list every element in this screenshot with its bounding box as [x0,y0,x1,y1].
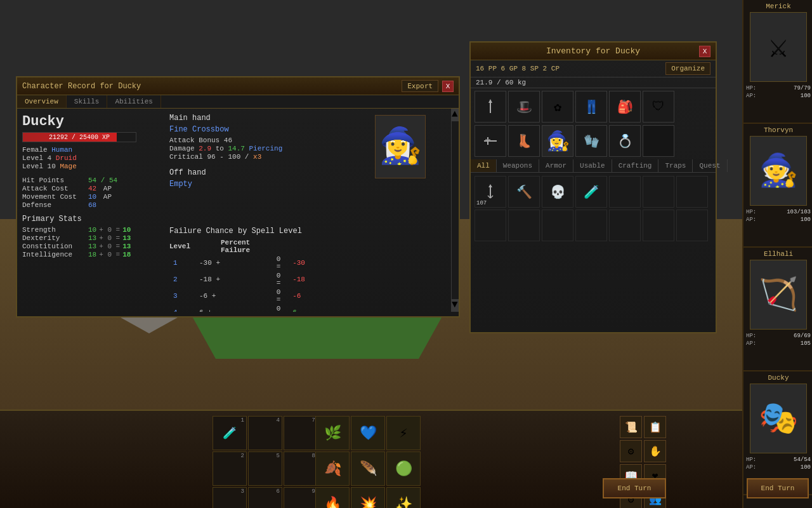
party-member-thorvyn[interactable]: Thorvyn 🧙 HP: 103/103 AP: 100 [743,124,812,248]
hotbar-cell-1[interactable]: 1 🧪 [213,416,247,450]
inv-tab-crafting[interactable]: Crafting [612,159,659,172]
party-sidebar: Merick ⚔ HP: 79/79 AP: 100 Thorvyn 🧙 HP:… [742,0,812,508]
action-icon-scroll[interactable]: 📜 [620,416,642,438]
hotbar-cell-2[interactable]: 2 [213,451,247,486]
equip-slot-ring[interactable]: 💍 [609,125,641,157]
hotbar-cell-3[interactable]: 3 [213,487,247,508]
action-icon-gear[interactable]: ⚙ [620,440,642,462]
inv-item-empty-1[interactable] [609,176,641,208]
inv-tab-weapons[interactable]: Weapons [497,159,539,172]
inventory-window: Inventory for Ducky X 16 PP 6 GP 8 SP 2 … [469,41,717,333]
inv-item-arrow[interactable]: 107 [475,176,506,208]
spell-icon-2[interactable]: 💙 [351,416,385,450]
equip-slot-hat[interactable]: 🎩 [508,91,540,123]
tab-skills[interactable]: Skills [67,95,108,108]
organize-button[interactable]: Organize [665,62,710,75]
party-member-merick[interactable]: Merick ⚔ HP: 79/79 AP: 100 [743,0,812,124]
critical-row: Critical 96 - 100 / x3 [169,153,309,161]
failure-row-1: 1 -30 + 0 = -30 [169,255,309,271]
inv-tab-usable[interactable]: Usable [573,159,612,172]
hotbar-cell-6[interactable]: 6 [248,487,282,508]
off-hand-value: Empty [169,180,309,189]
equipment-row-1: 🎩 ✿ 👖 🎒 🛡 [471,88,716,125]
spell-icons: 🌿 💙 ⚡ 🍂 🪶 🟢 🔥 💥 ✨ [315,416,421,508]
inv-item-hammer[interactable]: 🔨 [508,176,540,208]
export-button[interactable]: Export [402,80,438,92]
scrollbar-up[interactable]: ▲ [452,109,459,121]
inv-tabs: All Weapons Armor Usable Crafting Traps … [471,159,716,173]
hotbar-num-5: 5 [277,453,280,459]
spell-icon-4[interactable]: 🍂 [315,451,350,486]
equip-slot-bag[interactable]: 🎒 [609,91,641,123]
main-hand-section: Main hand Fine Crossbow Attack Bonus 46 … [169,114,309,312]
end-turn-button-sidebar[interactable]: End Turn [747,478,809,498]
equip-slot-shield[interactable]: 🛡 [643,91,674,123]
action-icon-map[interactable]: 📋 [644,416,666,438]
party-name-merick: Merick [766,3,791,10]
hp-ellhali: HP: 69/69 [746,333,811,339]
spell-icon-5[interactable]: 🪶 [351,451,385,486]
equip-slot-quiver[interactable] [475,91,506,123]
spell-icon-8[interactable]: 💥 [351,487,385,508]
ap-ellhali: AP: 105 [746,340,811,347]
inv-item-empty-10[interactable] [676,210,708,241]
party-name-thorvyn: Thorvyn [764,126,793,134]
end-turn-button[interactable]: End Turn [603,478,666,498]
inv-item-empty-8[interactable] [609,210,641,241]
portrait-ducky: 🎭 [750,384,807,453]
char-record-close[interactable]: X [442,81,454,92]
inv-tab-quest[interactable]: Quest [693,159,727,172]
equip-slot-legs[interactable]: 👖 [575,91,607,123]
party-member-ellhali[interactable]: Ellhali 🏹 HP: 69/69 AP: 105 [743,248,812,371]
inv-tab-traps[interactable]: Traps [658,159,693,172]
action-icon-hand[interactable]: ✋ [644,440,666,462]
failure-table: Level Percent Failure 1 -30 + 0 = -30 2 … [169,238,309,312]
hotbar-num-2: 2 [241,453,244,459]
portrait-ellhali: 🏹 [750,260,807,330]
bottom-bar: 1 🧪 4 7 2 5 8 3 6 9 🌿 💙 ⚡ 🍂 [0,410,742,508]
hotbar-cell-4[interactable]: 4 [248,416,282,450]
inv-item-empty-4[interactable] [475,210,506,241]
spell-icon-7[interactable]: 🔥 [315,487,350,508]
inv-item-empty-7[interactable] [575,210,607,241]
failure-col-level: Level [169,238,195,255]
inv-item-empty-2[interactable] [643,176,674,208]
inv-item-empty-5[interactable] [508,210,540,241]
ap-ducky: AP: 100 [746,464,811,471]
party-member-ducky[interactable]: Ducky 🎭 HP: 54/54 AP: 100 [743,371,812,495]
inv-item-empty-9[interactable] [643,210,674,241]
equip-slot-boots[interactable]: 👢 [508,125,540,157]
equip-slot-gloves[interactable]: 🧤 [575,125,607,157]
damage-row: Damage 2.9 to 14.7 Piercing [169,145,309,152]
inv-item-vial[interactable]: 🧪 [575,176,607,208]
tab-abilities[interactable]: Abilities [107,95,160,108]
char-scrollbar[interactable]: ▲ ▼ [451,109,459,312]
spell-icon-6[interactable]: 🟢 [386,451,421,486]
char-content: 🧙‍♀️ Ducky 21292 / 25400 XP Female Human… [17,109,459,312]
item-count-arrow: 107 [476,200,487,206]
inv-item-empty-6[interactable] [542,210,573,241]
weapon-name[interactable]: Fine Crossbow [169,125,309,134]
inv-item-skull[interactable]: 💀 [542,176,573,208]
inv-item-empty-3[interactable] [676,176,708,208]
char-portrait: 🧙‍♀️ [375,115,426,178]
equip-slot-weapon[interactable] [475,125,506,157]
inv-tab-armor[interactable]: Armor [539,159,573,172]
hotbar-num-4: 4 [277,417,280,424]
inv-tab-all[interactable]: All [471,159,497,172]
hotbar-cell-7[interactable]: 7 [284,416,318,450]
spell-icon-9[interactable]: ✨ [386,487,421,508]
scrollbar-down[interactable]: ▼ [452,299,459,312]
spell-icon-3[interactable]: ⚡ [386,416,421,450]
character-record-window: Character Record for Ducky Export X Over… [16,76,460,318]
inv-close-button[interactable]: X [699,46,710,57]
hotbar-cell-5[interactable]: 5 [248,451,282,486]
tab-overview[interactable]: Overview [17,95,67,108]
hotbar-cell-8[interactable]: 8 [284,451,318,486]
hotbar-cell-9[interactable]: 9 [284,487,318,508]
failure-row-2: 2 -18 + 0 = -18 [169,271,309,288]
hp-ducky: HP: 54/54 [746,457,811,463]
spell-icon-1[interactable]: 🌿 [315,416,350,450]
equip-slot-amulet[interactable]: ✿ [542,91,573,123]
equip-slot-empty[interactable] [643,125,674,157]
